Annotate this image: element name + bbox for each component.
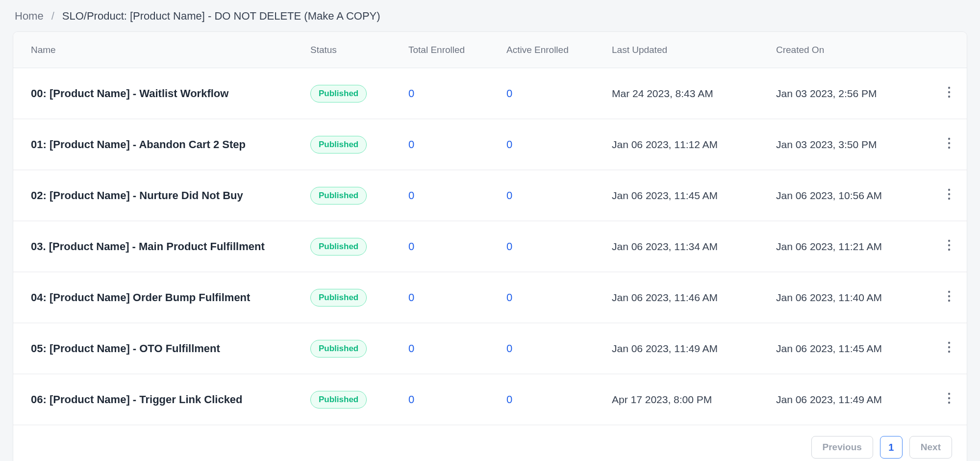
svg-point-5	[948, 147, 950, 149]
last-updated: Jan 06 2023, 11:34 AM	[612, 241, 776, 253]
created-on: Jan 03 2023, 2:56 PM	[776, 88, 940, 100]
svg-point-19	[948, 397, 950, 399]
status-badge: Published	[310, 238, 367, 256]
svg-point-3	[948, 138, 950, 140]
status-badge: Published	[310, 391, 367, 409]
total-enrolled-link[interactable]: 0	[408, 87, 414, 100]
more-vertical-icon	[948, 188, 951, 203]
col-header-status[interactable]: Status	[310, 45, 408, 55]
svg-point-12	[948, 291, 950, 293]
status-badge: Published	[310, 136, 367, 154]
created-on: Jan 06 2023, 11:45 AM	[776, 343, 940, 355]
active-enrolled-link[interactable]: 0	[506, 87, 512, 100]
total-enrolled-link[interactable]: 0	[408, 291, 414, 304]
svg-point-18	[948, 393, 950, 395]
svg-point-4	[948, 142, 950, 144]
table-row[interactable]: 03. [Product Name] - Main Product Fulfil…	[13, 221, 967, 272]
created-on: Jan 06 2023, 11:21 AM	[776, 241, 940, 253]
more-vertical-icon	[948, 137, 951, 152]
last-updated: Jan 06 2023, 11:49 AM	[612, 343, 776, 355]
table-row[interactable]: 00: [Product Name] - Waitlist WorkflowPu…	[13, 68, 967, 119]
svg-point-9	[948, 240, 950, 242]
table-header: Name Status Total Enrolled Active Enroll…	[13, 32, 967, 68]
row-actions-menu-button[interactable]	[940, 136, 958, 154]
svg-point-20	[948, 402, 950, 404]
active-enrolled-link[interactable]: 0	[506, 189, 512, 202]
svg-point-6	[948, 189, 950, 191]
more-vertical-icon	[948, 392, 951, 407]
breadcrumb: Home / SLO/Product: [Product Name] - DO …	[13, 10, 967, 23]
row-name[interactable]: 03. [Product Name] - Main Product Fulfil…	[31, 240, 265, 253]
col-header-active[interactable]: Active Enrolled	[506, 45, 612, 55]
col-header-total[interactable]: Total Enrolled	[408, 45, 506, 55]
created-on: Jan 03 2023, 3:50 PM	[776, 139, 940, 151]
row-actions-menu-button[interactable]	[940, 85, 958, 102]
created-on: Jan 06 2023, 11:40 AM	[776, 292, 940, 304]
last-updated: Mar 24 2023, 8:43 AM	[612, 88, 776, 100]
table-row[interactable]: 04: [Product Name] Order Bump Fulfilment…	[13, 272, 967, 323]
row-actions-menu-button[interactable]	[940, 391, 958, 409]
svg-point-10	[948, 244, 950, 246]
total-enrolled-link[interactable]: 0	[408, 393, 414, 406]
created-on: Jan 06 2023, 10:56 AM	[776, 190, 940, 202]
row-actions-menu-button[interactable]	[940, 340, 958, 358]
row-name[interactable]: 05: [Product Name] - OTO Fulfillment	[31, 342, 220, 355]
table-row[interactable]: 06: [Product Name] - Trigger Link Clicke…	[13, 374, 967, 425]
status-badge: Published	[310, 340, 367, 358]
created-on: Jan 06 2023, 11:49 AM	[776, 394, 940, 406]
status-badge: Published	[310, 85, 367, 102]
svg-point-17	[948, 351, 950, 353]
pagination-next-button[interactable]: Next	[909, 436, 952, 459]
total-enrolled-link[interactable]: 0	[408, 342, 414, 355]
active-enrolled-link[interactable]: 0	[506, 240, 512, 253]
svg-point-16	[948, 346, 950, 348]
svg-point-13	[948, 295, 950, 297]
more-vertical-icon	[948, 86, 951, 101]
active-enrolled-link[interactable]: 0	[506, 291, 512, 304]
total-enrolled-link[interactable]: 0	[408, 138, 414, 151]
active-enrolled-link[interactable]: 0	[506, 342, 512, 355]
row-actions-menu-button[interactable]	[940, 187, 958, 205]
row-name[interactable]: 04: [Product Name] Order Bump Fulfilment	[31, 291, 250, 304]
last-updated: Jan 06 2023, 11:12 AM	[612, 139, 776, 151]
table-row[interactable]: 02: [Product Name] - Nurture Did Not Buy…	[13, 170, 967, 221]
svg-point-1	[948, 91, 950, 93]
active-enrolled-link[interactable]: 0	[506, 138, 512, 151]
col-header-name[interactable]: Name	[31, 45, 310, 55]
more-vertical-icon	[948, 239, 951, 254]
pagination-bar: Previous 1 Next	[13, 425, 967, 461]
col-header-created[interactable]: Created On	[776, 45, 940, 55]
breadcrumb-separator: /	[51, 10, 54, 23]
svg-point-14	[948, 300, 950, 302]
col-header-updated[interactable]: Last Updated	[612, 45, 776, 55]
row-name[interactable]: 00: [Product Name] - Waitlist Workflow	[31, 87, 228, 100]
row-name[interactable]: 06: [Product Name] - Trigger Link Clicke…	[31, 393, 243, 406]
total-enrolled-link[interactable]: 0	[408, 189, 414, 202]
table-row[interactable]: 01: [Product Name] - Abandon Cart 2 Step…	[13, 119, 967, 170]
more-vertical-icon	[948, 341, 951, 356]
workflows-table: Name Status Total Enrolled Active Enroll…	[13, 31, 967, 461]
last-updated: Jan 06 2023, 11:46 AM	[612, 292, 776, 304]
breadcrumb-current: SLO/Product: [Product Name] - DO NOT DEL…	[62, 10, 380, 23]
row-name[interactable]: 01: [Product Name] - Abandon Cart 2 Step	[31, 138, 246, 151]
svg-point-15	[948, 342, 950, 344]
status-badge: Published	[310, 289, 367, 307]
row-actions-menu-button[interactable]	[940, 238, 958, 256]
svg-point-7	[948, 193, 950, 195]
status-badge: Published	[310, 187, 367, 205]
pagination-page-1[interactable]: 1	[880, 436, 903, 459]
pagination-previous-button[interactable]: Previous	[811, 436, 873, 459]
total-enrolled-link[interactable]: 0	[408, 240, 414, 253]
svg-point-11	[948, 249, 950, 251]
svg-point-0	[948, 87, 950, 89]
breadcrumb-home[interactable]: Home	[15, 10, 44, 23]
svg-point-2	[948, 96, 950, 98]
more-vertical-icon	[948, 290, 951, 305]
active-enrolled-link[interactable]: 0	[506, 393, 512, 406]
last-updated: Jan 06 2023, 11:45 AM	[612, 190, 776, 202]
last-updated: Apr 17 2023, 8:00 PM	[612, 394, 776, 406]
table-row[interactable]: 05: [Product Name] - OTO FulfillmentPubl…	[13, 323, 967, 374]
row-name[interactable]: 02: [Product Name] - Nurture Did Not Buy	[31, 189, 243, 202]
row-actions-menu-button[interactable]	[940, 289, 958, 307]
svg-point-8	[948, 198, 950, 200]
